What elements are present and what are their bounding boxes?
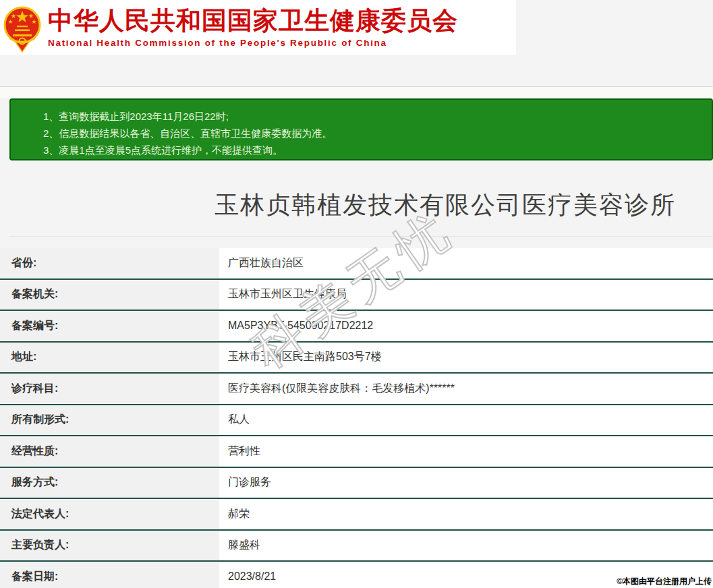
table-row: 服务方式: 门诊服务	[0, 468, 713, 500]
table-row: 地址: 玉林市玉州区民主南路503号7楼	[0, 343, 713, 374]
facility-name-title: 玉林贞韩植发技术有限公司医疗美容诊所	[0, 189, 713, 222]
field-value: 滕盛科	[219, 531, 713, 561]
header-titles: 中华人民共和国国家卫生健康委员会 National Health Commiss…	[48, 7, 458, 48]
field-label: 服务方式:	[0, 468, 219, 498]
field-label: 法定代表人:	[0, 499, 219, 529]
site-title-chinese: 中华人民共和国国家卫生健康委员会	[48, 7, 458, 36]
table-row: 经营性质: 营利性	[0, 436, 713, 468]
field-value: 门诊服务	[219, 468, 713, 498]
query-notice-banner: 1、查询数据截止到2023年11月26日22时; 2、信息数据结果以各省、自治区…	[9, 98, 713, 160]
field-value: 玉林市玉州区民主南路503号7楼	[219, 343, 713, 373]
field-value: 玉林市玉州区卫生健康局	[219, 280, 713, 310]
field-label: 地址:	[0, 343, 219, 373]
field-value: MA5P3YBT-545090217D2212	[219, 311, 713, 341]
notice-line-3: 3、凌晨1点至凌晨5点系统进行维护，不能提供查询。	[43, 142, 705, 158]
title-divider-line	[9, 236, 713, 237]
table-row: 诊疗科目: 医疗美容科(仅限美容皮肤科：毛发移植术)******	[0, 374, 713, 405]
table-row: 所有制形式: 私人	[0, 405, 713, 437]
field-value: 郝荣	[219, 499, 713, 529]
field-value: 广西壮族自治区	[219, 248, 713, 278]
site-header: 中华人民共和国国家卫生健康委员会 National Health Commiss…	[0, 0, 516, 55]
table-row: 备案日期: 2023/8/21	[0, 562, 713, 588]
national-emblem-icon	[3, 5, 41, 53]
table-row: 省份: 广西壮族自治区	[0, 248, 713, 280]
field-value: 营利性	[219, 436, 713, 467]
field-value: 医疗美容科(仅限美容皮肤科：毛发移植术)******	[219, 374, 713, 404]
field-label: 经营性质:	[0, 436, 219, 467]
field-label: 备案机关:	[0, 280, 219, 310]
field-value: 私人	[219, 405, 713, 436]
table-row: 备案机关: 玉林市玉州区卫生健康局	[0, 280, 713, 312]
record-table: 省份: 广西壮族自治区 备案机关: 玉林市玉州区卫生健康局 备案编号: MA5P…	[0, 248, 713, 588]
table-row: 主要负责人: 滕盛科	[0, 531, 713, 562]
table-row: 法定代表人: 郝荣	[0, 499, 713, 531]
site-title-english: National Health Commission of the People…	[48, 38, 458, 48]
photo-credit-text: ©本图由平台注册用户上传	[617, 576, 712, 587]
field-label: 备案编号:	[0, 311, 219, 341]
field-label: 诊疗科目:	[0, 374, 219, 404]
field-label: 主要负责人:	[0, 531, 219, 561]
field-label: 所有制形式:	[0, 405, 219, 436]
table-row: 备案编号: MA5P3YBT-545090217D2212	[0, 311, 713, 343]
notice-line-1: 1、查询数据截止到2023年11月26日22时;	[43, 108, 705, 125]
field-label: 备案日期:	[0, 562, 219, 588]
sub-header-strip	[0, 87, 713, 98]
notice-line-2: 2、信息数据结果以各省、自治区、直辖市卫生健康委数据为准。	[43, 125, 705, 142]
field-label: 省份:	[0, 248, 219, 278]
